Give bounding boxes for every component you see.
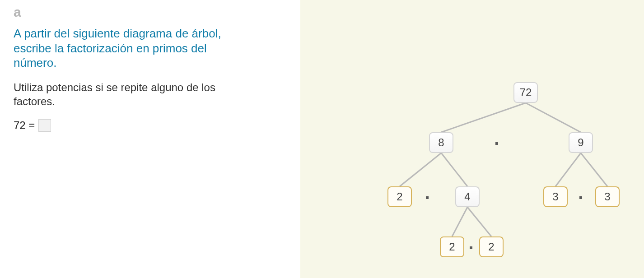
question-instructions: Utiliza potencias si se repite alguno de…: [14, 80, 253, 108]
section-label: a: [14, 5, 22, 20]
answer-input[interactable]: [38, 119, 51, 132]
tree-node-9: 9: [569, 132, 593, 153]
tree-node-value: 4: [455, 186, 480, 207]
tree-node-value: 3: [543, 186, 568, 207]
tree-node-value: 72: [513, 82, 538, 103]
tree-node-4: 4: [455, 186, 480, 207]
section-divider: [27, 15, 282, 16]
tree-node-2: 2: [387, 186, 412, 207]
page: a A partir del siguiente diagrama de árb…: [0, 0, 644, 278]
tree-edge: [581, 153, 607, 186]
tree-edge: [452, 207, 467, 236]
tree-edge: [555, 153, 581, 186]
tree-node-value: 2: [479, 236, 504, 257]
tree-node-3: 3: [543, 186, 568, 207]
tree-edge: [400, 153, 441, 186]
tree-node-value: 9: [569, 132, 593, 153]
question-prompt: A partir del siguiente diagrama de árbol…: [14, 26, 253, 70]
tree-node-8: 8: [429, 132, 453, 153]
multiplication-dot: [579, 196, 582, 199]
section-header-row: a: [14, 5, 282, 20]
diagram-panel: 7289243322: [300, 0, 644, 278]
tree-node-2: 2: [479, 236, 504, 257]
multiplication-dot: [426, 196, 429, 199]
answer-lhs: 72 =: [14, 119, 35, 132]
tree-node-value: 8: [429, 132, 453, 153]
tree-node-value: 2: [387, 186, 412, 207]
tree-edge: [441, 153, 467, 186]
tree-node-value: 3: [595, 186, 620, 207]
tree-edge: [467, 207, 491, 236]
answer-row: 72 =: [14, 119, 282, 132]
tree-edge: [526, 103, 581, 132]
tree-edge: [441, 103, 526, 132]
tree-node-3: 3: [595, 186, 620, 207]
tree-node-value: 2: [440, 236, 464, 257]
question-panel: a A partir del siguiente diagrama de árb…: [0, 0, 300, 278]
multiplication-dot: [495, 142, 498, 145]
factor-tree-diagram: 7289243322: [300, 0, 644, 278]
tree-node-2: 2: [440, 236, 464, 257]
tree-node-72: 72: [513, 82, 538, 103]
multiplication-dot: [470, 246, 472, 249]
